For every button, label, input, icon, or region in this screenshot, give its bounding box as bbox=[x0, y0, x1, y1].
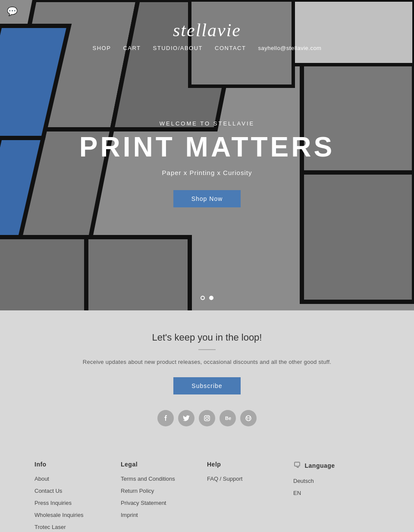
footer-link-privacy[interactable]: Privacy Statement bbox=[121, 500, 166, 506]
top-bar: 💬 bbox=[0, 0, 414, 22]
chat-icon[interactable]: 💬 bbox=[7, 6, 18, 16]
logo-wrap: stellavie bbox=[173, 20, 241, 41]
footer-col-legal-title: Legal bbox=[121, 461, 207, 468]
hero-section: 💬 stellavie SHOP CART STUDIO/ABOUT CONTA… bbox=[0, 0, 414, 310]
newsletter-area: Let's keep you in the loop! Receive upda… bbox=[0, 332, 414, 461]
footer-col-info: Info About Contact Us Press Inquiries Wh… bbox=[34, 461, 121, 532]
footer-col-info-title: Info bbox=[34, 461, 121, 468]
footer-link-wholesale[interactable]: Wholesale Inquiries bbox=[34, 512, 83, 518]
hero-tagline: Paper x Printing x Curiosity bbox=[79, 169, 335, 176]
svg-point-14 bbox=[208, 416, 209, 417]
dribbble-icon[interactable] bbox=[240, 410, 257, 426]
site-logo[interactable]: stellavie bbox=[173, 20, 241, 40]
nav-contact[interactable]: CONTACT bbox=[215, 45, 246, 51]
facebook-icon[interactable] bbox=[157, 410, 174, 426]
footer-col-language: 🗨 Language Deutsch EN bbox=[293, 461, 380, 532]
shop-now-button[interactable]: Shop Now bbox=[173, 190, 241, 207]
svg-marker-8 bbox=[0, 237, 86, 310]
footer-link-terms[interactable]: Terms and Conditions bbox=[121, 476, 175, 482]
footer-link-about[interactable]: About bbox=[34, 476, 49, 482]
divider-1 bbox=[198, 349, 216, 350]
footer-link-return[interactable]: Return Policy bbox=[121, 488, 154, 494]
footer-col-legal-list: Terms and Conditions Return Policy Priva… bbox=[121, 475, 207, 519]
newsletter-title: Let's keep you in the loop! bbox=[9, 332, 405, 343]
nav-shop[interactable]: SHOP bbox=[93, 45, 111, 51]
newsletter-body: Receive updates about new product releas… bbox=[9, 359, 405, 365]
subscribe-button[interactable]: Subscribe bbox=[173, 377, 240, 394]
hero-title: PRINT MATTERS bbox=[79, 132, 335, 162]
main-nav: SHOP CART STUDIO/ABOUT CONTACT sayhello@… bbox=[93, 45, 322, 51]
footer-columns: Info About Contact Us Press Inquiries Wh… bbox=[0, 461, 414, 532]
svg-point-13 bbox=[206, 417, 208, 419]
footer-link-en[interactable]: EN bbox=[293, 490, 301, 496]
slider-dots bbox=[201, 296, 213, 300]
nav-email[interactable]: sayhello@stellavie.com bbox=[258, 45, 321, 51]
footer-link-contact-us[interactable]: Contact Us bbox=[34, 488, 62, 494]
behance-icon[interactable]: Be bbox=[220, 410, 236, 426]
footer-col-help: Help FAQ / Support bbox=[207, 461, 293, 532]
footer-col-language-title: Language bbox=[305, 462, 335, 469]
svg-rect-12 bbox=[204, 416, 210, 421]
footer-col-legal: Legal Terms and Conditions Return Policy… bbox=[121, 461, 207, 532]
hero-content: WELCOME TO STELLAVIE PRINT MATTERS Paper… bbox=[79, 120, 335, 207]
slide-dot-2[interactable] bbox=[209, 296, 213, 300]
footer-col-help-list: FAQ / Support bbox=[207, 475, 293, 482]
slide-dot-1[interactable] bbox=[201, 296, 205, 300]
svg-marker-9 bbox=[86, 237, 190, 310]
footer-col-help-title: Help bbox=[207, 461, 293, 468]
svg-text:Be: Be bbox=[225, 416, 231, 421]
footer-section: Let's keep you in the loop! Receive upda… bbox=[0, 310, 414, 532]
footer-col-language-list: Deutsch EN bbox=[293, 477, 380, 497]
nav-studio[interactable]: STUDIO/ABOUT bbox=[153, 45, 203, 51]
footer-link-faq[interactable]: FAQ / Support bbox=[207, 476, 242, 482]
social-row: Be bbox=[9, 410, 405, 426]
language-icon: 🗨 bbox=[293, 461, 301, 470]
nav-cart[interactable]: CART bbox=[123, 45, 141, 51]
footer-link-deutsch[interactable]: Deutsch bbox=[293, 478, 314, 484]
footer-link-imprint[interactable]: Imprint bbox=[121, 512, 138, 518]
hero-subtitle: WELCOME TO STELLAVIE bbox=[79, 120, 335, 127]
twitter-icon[interactable] bbox=[178, 410, 194, 426]
footer-link-press[interactable]: Press Inquiries bbox=[34, 500, 72, 506]
footer-link-trotec[interactable]: Trotec Laser bbox=[34, 524, 66, 530]
footer-col-info-list: About Contact Us Press Inquiries Wholesa… bbox=[34, 475, 121, 531]
instagram-icon[interactable] bbox=[199, 410, 215, 426]
